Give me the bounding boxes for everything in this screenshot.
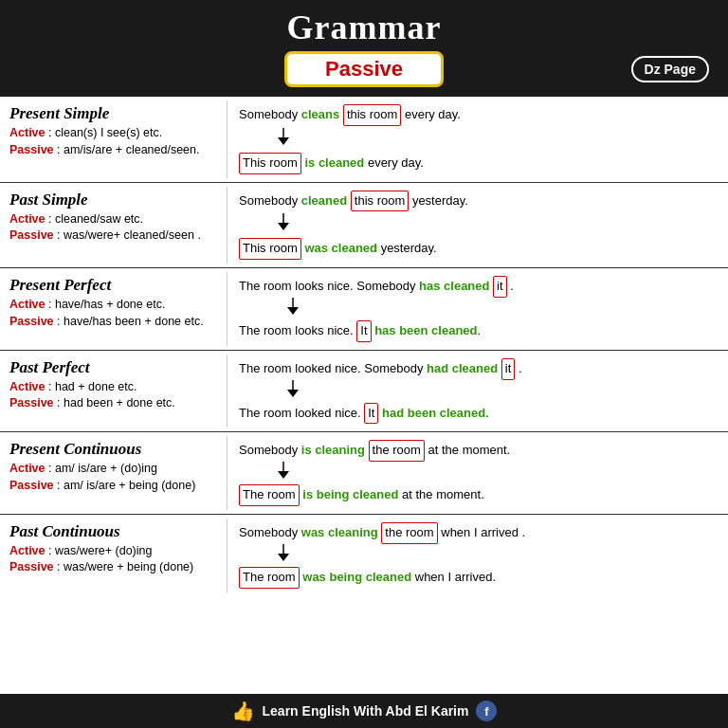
dz-page-badge: Dz Page [631, 56, 709, 82]
passive-line-present-perfect: Passive : have/has been + done etc. [9, 314, 219, 331]
svg-marker-5 [287, 307, 299, 315]
example-active-past-simple: Somebody cleaned this room yesterday. [239, 191, 717, 212]
passive-line-past-continuous: Passive : was/were + being (done) [9, 559, 219, 576]
right-col-past-simple: Somebody cleaned this room yesterday. Th… [228, 187, 728, 264]
active-line-past-perfect: Active : had + done etc. [9, 379, 219, 396]
section-past-perfect: Past Perfect Active : had + done etc. Pa… [0, 351, 728, 433]
footer: 👍 Learn English With Abd El Karim f [0, 694, 728, 728]
section-title-present-continuous: Present Continuous [9, 440, 219, 459]
passive-badge: Passive [284, 51, 444, 87]
section-present-perfect: Present Perfect Active : have/has + done… [0, 268, 728, 351]
left-col-past-perfect: Past Perfect Active : had + done etc. Pa… [0, 355, 228, 428]
content-area: Present Simple Active : clean(s) I see(s… [0, 97, 728, 694]
svg-marker-9 [278, 471, 289, 479]
section-title-past-simple: Past Simple [9, 191, 219, 209]
section-past-simple: Past Simple Active : cleaned/saw etc. Pa… [0, 183, 728, 269]
left-col-present-continuous: Present Continuous Active : am/ is/are +… [0, 436, 228, 510]
active-line-present-perfect: Active : have/has + done etc. [9, 297, 219, 314]
section-present-simple: Present Simple Active : clean(s) I see(s… [0, 97, 728, 183]
passive-line-present-simple: Passive : am/is/are + cleaned/seen. [9, 142, 219, 159]
svg-marker-7 [287, 390, 299, 397]
right-col-past-continuous: Somebody was cleaning the room when I ar… [228, 519, 728, 592]
section-past-continuous: Past Continuous Active : was/were+ (do)i… [0, 515, 728, 596]
left-col-present-perfect: Present Perfect Active : have/has + done… [0, 272, 228, 346]
facebook-icon: f [476, 701, 497, 721]
passive-badge-row: Passive Dz Page [0, 47, 728, 93]
example-active-present-simple: Somebody cleans this room every day. [239, 104, 717, 126]
example-passive-past-continuous: The room was being cleaned when I arrive… [239, 567, 717, 589]
example-active-past-continuous: Somebody was cleaning the room when I ar… [239, 522, 717, 544]
example-passive-past-simple: This room was cleaned yesterday. [239, 238, 717, 260]
left-col-past-continuous: Past Continuous Active : was/were+ (do)i… [0, 519, 228, 592]
page-title: Grammar [0, 8, 728, 47]
example-passive-present-simple: This room is cleaned every day. [239, 153, 717, 174]
thumbs-up-icon: 👍 [231, 700, 255, 722]
section-title-present-perfect: Present Perfect [9, 276, 219, 295]
svg-marker-1 [278, 137, 289, 145]
passive-line-past-perfect: Passive : had been + done etc. [9, 395, 219, 412]
right-col-past-perfect: The room looked nice. Somebody had clean… [228, 355, 728, 428]
svg-marker-3 [278, 223, 289, 230]
section-title-past-continuous: Past Continuous [9, 522, 219, 541]
section-present-continuous: Present Continuous Active : am/ is/are +… [0, 432, 728, 515]
page-wrapper: Grammar Passive Dz Page Present Simple A… [0, 0, 728, 728]
svg-marker-11 [278, 554, 289, 561]
header: Grammar Passive Dz Page [0, 0, 728, 97]
left-col-past-simple: Past Simple Active : cleaned/saw etc. Pa… [0, 187, 228, 264]
section-title-present-simple: Present Simple [9, 104, 219, 123]
active-line-past-continuous: Active : was/were+ (do)ing [9, 543, 219, 560]
active-line-past-simple: Active : cleaned/saw etc. [9, 211, 219, 228]
example-passive-present-continuous: The room is being cleaned at the moment. [239, 484, 717, 506]
active-line-present-simple: Active : clean(s) I see(s) etc. [9, 125, 219, 142]
right-col-present-simple: Somebody cleans this room every day. Thi… [228, 100, 728, 178]
example-passive-past-perfect: The room looked nice. It had been cleane… [239, 403, 717, 425]
example-active-past-perfect: The room looked nice. Somebody had clean… [239, 358, 717, 380]
left-col-present-simple: Present Simple Active : clean(s) I see(s… [0, 100, 228, 178]
passive-label: Passive [325, 57, 403, 81]
active-line-present-continuous: Active : am/ is/are + (do)ing [9, 461, 219, 478]
example-passive-present-perfect: The room looks nice. It has been cleaned… [239, 320, 717, 342]
right-col-present-perfect: The room looks nice. Somebody has cleane… [228, 272, 728, 346]
example-active-present-continuous: Somebody is cleaning the room at the mom… [239, 440, 717, 462]
footer-text: Learn English With Abd El Karim [263, 703, 469, 719]
example-active-present-perfect: The room looks nice. Somebody has cleane… [239, 276, 717, 298]
section-title-past-perfect: Past Perfect [9, 358, 219, 377]
passive-line-present-continuous: Passive : am/ is/are + being (done) [9, 478, 219, 495]
right-col-present-continuous: Somebody is cleaning the room at the mom… [228, 436, 728, 510]
passive-line-past-simple: Passive : was/were+ cleaned/seen . [9, 228, 219, 245]
